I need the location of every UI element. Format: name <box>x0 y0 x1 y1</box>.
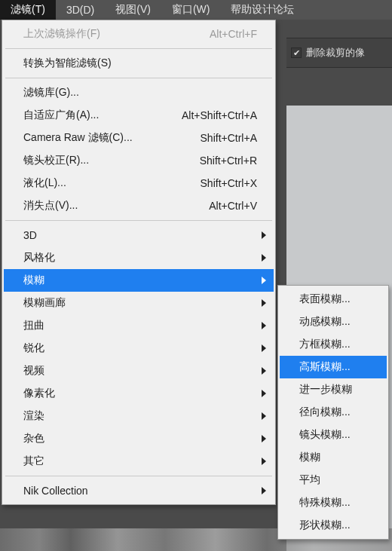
menu-item-last-filter[interactable]: 上次滤镜操作(F) Alt+Ctrl+F <box>4 23 274 45</box>
menu-item-other[interactable]: 其它 <box>4 450 274 473</box>
menu-item-lens-correction[interactable]: 镜头校正(R)... Shift+Ctrl+R <box>4 149 274 172</box>
options-bar-fragment: ✔ 删除裁剪的像 <box>286 38 392 68</box>
submenu-arrow-icon <box>262 435 266 442</box>
submenu-arrow-icon <box>262 487 266 494</box>
submenu-arrow-icon <box>262 277 266 284</box>
menu-item-nik-collection[interactable]: Nik Collection <box>4 479 274 502</box>
menu-item-pixelate[interactable]: 像素化 <box>4 382 274 405</box>
menu-item-blur[interactable]: 模糊 <box>4 269 274 292</box>
submenu-item-smart-blur[interactable]: 特殊模糊... <box>280 491 387 514</box>
blur-submenu: 表面模糊... 动感模糊... 方框模糊... 高斯模糊... 进一步模糊 径向… <box>277 285 389 540</box>
submenu-item-blur-more[interactable]: 进一步模糊 <box>280 378 387 401</box>
menu-item-filter-gallery[interactable]: 滤镜库(G)... <box>4 81 274 104</box>
submenu-arrow-icon <box>262 367 266 375</box>
submenu-item-radial-blur[interactable]: 径向模糊... <box>280 401 387 424</box>
menu-item-render[interactable]: 渲染 <box>4 405 274 427</box>
menu-bar: 滤镜(T) 3D(D) 视图(V) 窗口(W) 帮助设计论坛 <box>0 0 392 20</box>
menu-item-sharpen[interactable]: 锐化 <box>4 337 274 360</box>
menu-item-video[interactable]: 视频 <box>4 360 274 382</box>
submenu-arrow-icon <box>262 412 266 420</box>
submenu-item-lens-blur[interactable]: 镜头模糊... <box>280 424 387 446</box>
menu-filter[interactable]: 滤镜(T) <box>0 0 56 20</box>
menu-item-liquify[interactable]: 液化(L)... Shift+Ctrl+X <box>4 172 274 194</box>
delete-cropped-checkbox[interactable]: ✔ <box>291 47 302 58</box>
menu-separator <box>5 78 272 78</box>
submenu-item-gaussian-blur[interactable]: 高斯模糊... <box>280 356 387 378</box>
submenu-item-blur[interactable]: 模糊 <box>280 446 387 469</box>
menu-item-adaptive-wide-angle[interactable]: 自适应广角(A)... Alt+Shift+Ctrl+A <box>4 104 274 127</box>
submenu-item-shape-blur[interactable]: 形状模糊... <box>280 514 387 537</box>
delete-cropped-label: 删除裁剪的像 <box>306 46 365 60</box>
menu-view[interactable]: 视图(V) <box>105 0 161 20</box>
menu-separator <box>5 48 272 49</box>
submenu-item-surface-blur[interactable]: 表面模糊... <box>280 288 387 311</box>
submenu-item-box-blur[interactable]: 方框模糊... <box>280 333 387 356</box>
menu-separator <box>5 220 272 221</box>
menu-item-distort[interactable]: 扭曲 <box>4 314 274 337</box>
menu-help[interactable]: 帮助设计论坛 <box>220 0 305 20</box>
submenu-arrow-icon <box>262 231 266 239</box>
menu-separator <box>5 476 272 476</box>
menu-item-vanishing-point[interactable]: 消失点(V)... Alt+Ctrl+V <box>4 194 274 217</box>
menu-item-noise[interactable]: 杂色 <box>4 427 274 450</box>
menu-item-convert-smart[interactable]: 转换为智能滤镜(S) <box>4 52 274 75</box>
menu-item-camera-raw[interactable]: Camera Raw 滤镜(C)... Shift+Ctrl+A <box>4 127 274 149</box>
submenu-arrow-icon <box>262 390 266 397</box>
submenu-item-motion-blur[interactable]: 动感模糊... <box>280 311 387 333</box>
submenu-arrow-icon <box>262 322 266 329</box>
menu-item-3d[interactable]: 3D <box>4 224 274 246</box>
submenu-item-average[interactable]: 平均 <box>280 469 387 491</box>
submenu-arrow-icon <box>262 344 266 352</box>
submenu-arrow-icon <box>262 254 266 262</box>
menu-window[interactable]: 窗口(W) <box>161 0 221 20</box>
filter-menu: 上次滤镜操作(F) Alt+Ctrl+F 转换为智能滤镜(S) 滤镜库(G)..… <box>2 20 276 505</box>
submenu-arrow-icon <box>262 299 266 307</box>
menu-3d[interactable]: 3D(D) <box>56 1 105 19</box>
menu-item-stylize[interactable]: 风格化 <box>4 246 274 269</box>
submenu-arrow-icon <box>262 458 266 465</box>
menu-item-blur-gallery[interactable]: 模糊画廊 <box>4 292 274 314</box>
